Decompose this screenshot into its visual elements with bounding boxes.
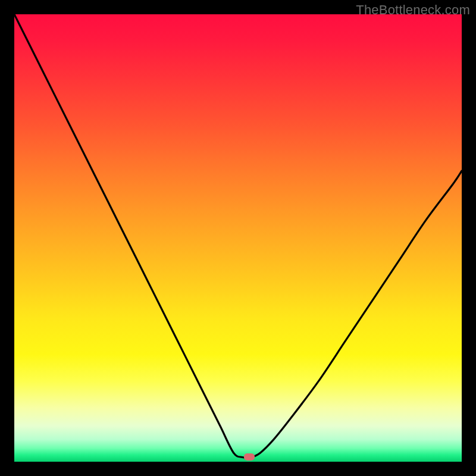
watermark-text: TheBottleneck.com	[356, 2, 470, 18]
min-marker	[244, 453, 255, 461]
bottleneck-curve	[14, 14, 462, 462]
plot-area	[14, 14, 462, 462]
chart-frame: TheBottleneck.com	[0, 0, 476, 476]
